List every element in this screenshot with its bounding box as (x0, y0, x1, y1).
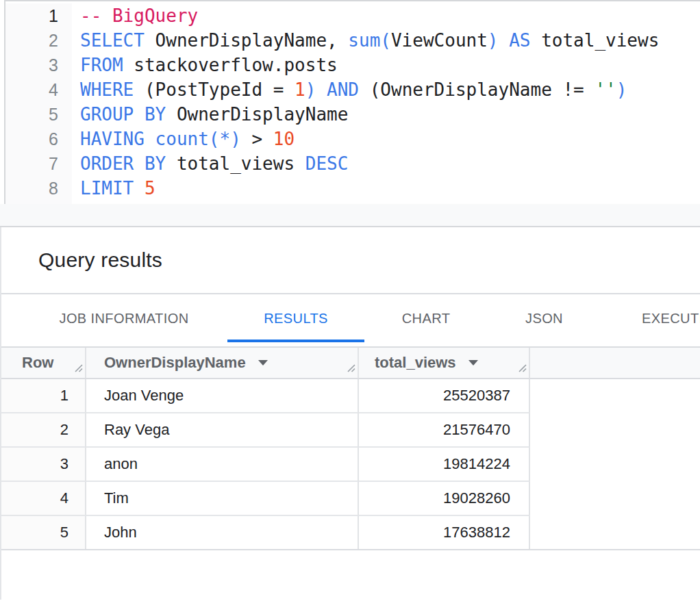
results-tabbar: JOB INFORMATION RESULTS CHART JSON EXECU… (1, 293, 700, 342)
column-label: OwnerDisplayName (104, 354, 246, 372)
code-token: OwnerDisplayName, (145, 30, 348, 51)
filler-cell (530, 413, 700, 448)
column-header-row[interactable]: Row (1, 348, 86, 378)
views-cell[interactable]: 21576470 (359, 413, 530, 448)
code-token: SELECT (80, 30, 145, 51)
row-number-cell[interactable]: 3 (1, 448, 86, 482)
code-token: AS (509, 30, 530, 51)
code-token: DESC (305, 153, 349, 174)
code-token: -- BigQuery (80, 5, 198, 26)
column-resize-handle-icon[interactable] (517, 359, 527, 376)
code-token: sum( (348, 30, 391, 51)
line-number: 3 (5, 53, 58, 77)
code-token: FROM (80, 55, 123, 75)
views-cell[interactable]: 19028260 (359, 482, 530, 516)
views-cell[interactable]: 17638812 (359, 516, 530, 549)
code-token: stackoverflow.posts (123, 55, 338, 75)
editor-gutter: 12345678 (5, 3, 72, 204)
owner-cell[interactable]: anon (86, 448, 359, 482)
code-token: ) (305, 79, 316, 100)
row-number-cell[interactable]: 5 (1, 516, 86, 549)
code-line[interactable]: LIMIT 5 (80, 176, 700, 201)
code-token: total_views (166, 153, 305, 174)
code-token (316, 79, 327, 100)
line-number: 6 (5, 127, 58, 151)
views-cell[interactable]: 19814224 (359, 448, 530, 482)
bigquery-results-page: 12345678 -- BigQuerySELECT OwnerDisplayN… (0, 0, 700, 601)
owner-cell[interactable]: Ray Vega (86, 413, 359, 448)
column-label: total_views (375, 354, 456, 372)
views-cell[interactable]: 25520387 (359, 379, 530, 413)
code-line[interactable]: -- BigQuery (80, 3, 700, 28)
column-label: Row (22, 354, 53, 372)
code-token: ) (488, 30, 499, 51)
filler-cell (530, 448, 700, 482)
code-token (134, 178, 145, 199)
code-token: 5 (145, 178, 155, 199)
tab-results[interactable]: RESULTS (227, 294, 364, 342)
table-header-row: Row OwnerDisplayName total_views (1, 346, 700, 379)
query-results-panel: Query results JOB INFORMATION RESULTS CH… (0, 227, 700, 600)
code-token: OwnerDisplayName (166, 104, 348, 125)
page-title: Query results (38, 248, 162, 272)
code-token: 1 (295, 79, 305, 100)
tab-chart[interactable]: CHART (364, 294, 488, 342)
code-line[interactable]: FROM stackoverflow.posts (80, 53, 700, 77)
row-number-cell[interactable]: 1 (1, 379, 86, 413)
code-token: (OwnerDisplayName != (359, 79, 595, 100)
sql-editor[interactable]: 12345678 -- BigQuerySELECT OwnerDisplayN… (4, 0, 700, 204)
column-header-total-views[interactable]: total_views (359, 348, 530, 378)
filler-cell (530, 379, 700, 413)
line-number: 8 (5, 176, 58, 201)
owner-cell[interactable]: John (86, 516, 359, 549)
code-token: AND (327, 79, 359, 100)
code-token: ORDER BY (80, 153, 166, 174)
code-token: '' (595, 79, 616, 100)
table-row: 4 Tim 19028260 (1, 482, 700, 516)
code-token (499, 30, 510, 51)
column-resize-handle-icon[interactable] (73, 359, 83, 376)
tab-json[interactable]: JSON (488, 294, 601, 342)
code-line[interactable]: GROUP BY OwnerDisplayName (80, 102, 700, 127)
column-resize-handle-icon[interactable] (346, 359, 355, 376)
line-number: 1 (5, 3, 58, 28)
code-line[interactable]: ORDER BY total_views DESC (80, 151, 700, 176)
code-token: total_views (530, 30, 659, 51)
tab-execution-details[interactable]: EXECUTION DETAILS (601, 294, 700, 342)
code-token: ViewCount (391, 30, 488, 51)
code-area[interactable]: -- BigQuerySELECT OwnerDisplayName, sum(… (72, 3, 700, 204)
table-row: 3 anon 19814224 (1, 448, 700, 482)
line-number: 5 (5, 102, 58, 127)
results-header: Query results (1, 227, 700, 293)
line-number: 4 (5, 77, 58, 102)
column-dropdown-icon[interactable] (468, 360, 478, 366)
filler-cell (530, 482, 700, 516)
code-token: LIMIT (80, 178, 134, 199)
code-token: WHERE (80, 79, 134, 100)
line-number: 2 (5, 28, 58, 53)
table-row: 1 Joan Venge 25520387 (1, 379, 700, 413)
code-token (145, 129, 155, 149)
column-header-ownerdisplayname[interactable]: OwnerDisplayName (86, 348, 359, 378)
filler-cell (530, 516, 700, 549)
owner-cell[interactable]: Tim (86, 482, 359, 516)
code-token: (PostTypeId = (134, 79, 295, 100)
table-row: 5 John 17638812 (1, 516, 700, 550)
row-number-cell[interactable]: 4 (1, 482, 86, 516)
code-token: ) (616, 79, 627, 100)
code-line[interactable]: SELECT OwnerDisplayName, sum(ViewCount) … (80, 28, 700, 53)
code-line[interactable]: WHERE (PostTypeId = 1) AND (OwnerDisplay… (80, 77, 700, 102)
results-table: Row OwnerDisplayName total_views (1, 346, 700, 550)
tab-job-information[interactable]: JOB INFORMATION (21, 294, 227, 342)
column-dropdown-icon[interactable] (258, 360, 268, 366)
code-token: > (241, 129, 273, 149)
code-line[interactable]: HAVING count(*) > 10 (80, 127, 700, 151)
owner-cell[interactable]: Joan Venge (86, 379, 359, 413)
column-header-filler (530, 348, 700, 378)
line-number: 7 (5, 151, 58, 176)
row-number-cell[interactable]: 2 (1, 413, 86, 448)
panel-resizer[interactable] (0, 204, 700, 227)
code-token: GROUP BY (80, 104, 166, 125)
code-token: HAVING (80, 129, 145, 149)
table-row: 2 Ray Vega 21576470 (1, 413, 700, 448)
